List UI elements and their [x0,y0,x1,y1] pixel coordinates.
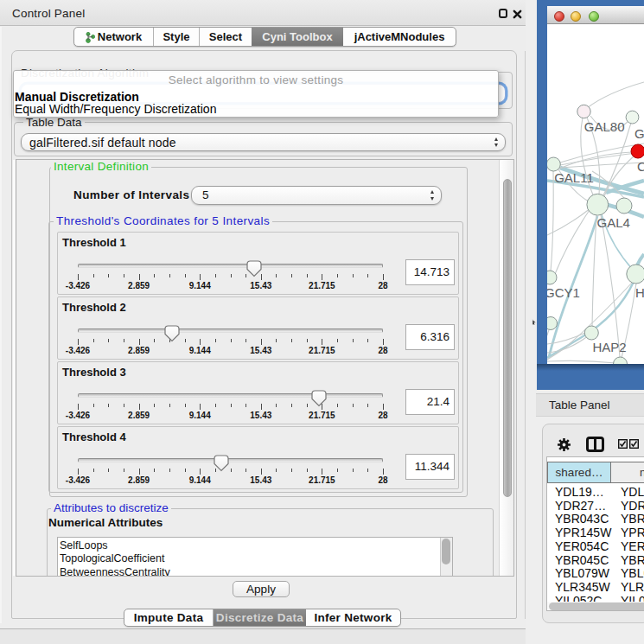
svg-text:C: C [637,159,644,174]
svg-text:H: H [635,285,644,300]
svg-text:HAP2: HAP2 [593,340,627,354]
svg-text:GAL80: GAL80 [584,119,625,134]
svg-text:GAL4: GAL4 [597,215,630,230]
svg-text:GAL11: GAL11 [554,170,594,185]
svg-text:GCY1: GCY1 [547,285,580,300]
svg-text:GA: GA [634,126,644,141]
